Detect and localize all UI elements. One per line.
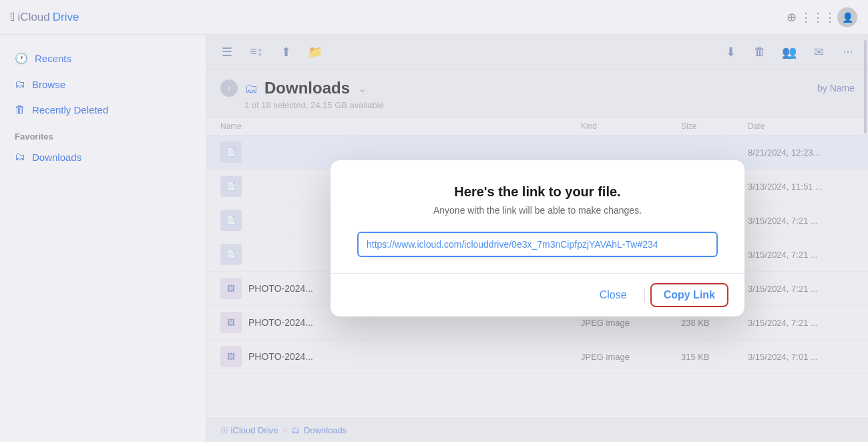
main-content: 🕐 Recents 🗂 Browse 🗑 Recently Deleted Fa… (0, 35, 868, 442)
share-link-dialog: Here's the link to your file. Anyone wit… (331, 160, 744, 316)
trash-icon: 🗑 (15, 103, 25, 116)
sidebar-recents-label: Recents (35, 53, 71, 64)
grid-icon[interactable]: ⋮⋮⋮ (811, 10, 825, 25)
sidebar-item-recently-deleted[interactable]: 🗑 Recently Deleted (0, 97, 206, 122)
title-bar:  iCloud Drive ⊕ ⋮⋮⋮ 👤 (0, 0, 868, 35)
modal-overlay: Here's the link to your file. Anyone wit… (207, 35, 868, 442)
dialog-subtitle: Anyone with the link will be able to mak… (357, 205, 718, 216)
app-logo:  iCloud Drive (11, 10, 79, 24)
button-divider (644, 288, 645, 302)
browse-icon: 🗂 (15, 78, 25, 90)
title-bar-icons: ⊕ ⋮⋮⋮ 👤 (784, 7, 857, 27)
link-input[interactable] (367, 239, 708, 250)
content-area: ☰ ≡↕ ⬆ 📁 ⬇ 🗑 👥 ✉ ··· ‹ 🗂 Downloads (207, 35, 868, 442)
dialog-body: Here's the link to your file. Anyone wit… (331, 160, 744, 273)
sidebar-browse-label: Browse (32, 79, 65, 90)
link-input-wrapper[interactable] (357, 232, 718, 257)
dialog-footer: Close Copy Link (331, 274, 744, 316)
apple-icon:  (11, 10, 15, 24)
drive-label: Drive (53, 11, 79, 24)
icloud-label: iCloud (18, 11, 50, 24)
close-button[interactable]: Close (588, 284, 639, 306)
sidebar-downloads-label: Downloads (32, 152, 81, 163)
copy-link-button[interactable]: Copy Link (650, 283, 728, 307)
favorites-section-label: Favorites (0, 122, 206, 144)
sidebar-item-downloads[interactable]: 🗂 Downloads (0, 144, 206, 170)
dialog-title: Here's the link to your file. (357, 184, 718, 200)
add-icon[interactable]: ⊕ (784, 10, 799, 25)
sidebar-recently-deleted-label: Recently Deleted (32, 104, 108, 116)
sidebar-item-recents[interactable]: 🕐 Recents (0, 45, 206, 71)
sidebar-item-browse[interactable]: 🗂 Browse (0, 71, 206, 97)
sidebar: 🕐 Recents 🗂 Browse 🗑 Recently Deleted Fa… (0, 35, 207, 442)
avatar[interactable]: 👤 (837, 7, 857, 27)
clock-icon: 🕐 (15, 52, 28, 65)
folder-icon: 🗂 (15, 151, 25, 163)
